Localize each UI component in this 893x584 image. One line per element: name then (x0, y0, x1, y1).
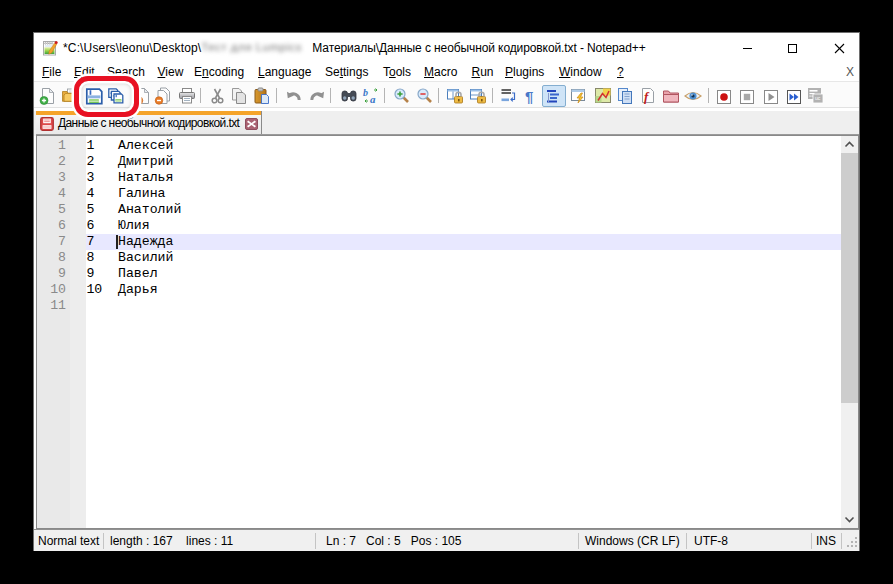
svg-text:¶: ¶ (525, 88, 533, 105)
svg-text:uc: uc (815, 95, 821, 101)
svg-text:b: b (363, 87, 368, 98)
svg-text:a: a (370, 93, 376, 105)
